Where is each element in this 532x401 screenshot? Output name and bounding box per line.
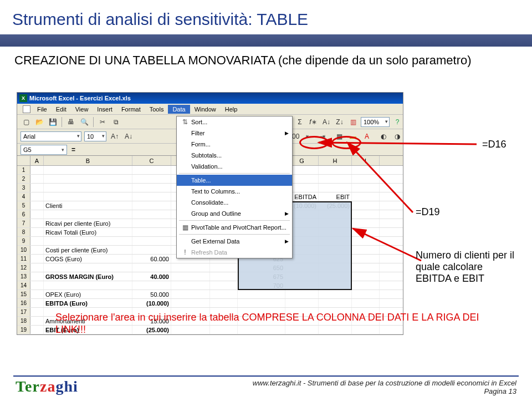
menu-item[interactable]: ▦PivotTable and PivotChart Report... [177,222,292,233]
print-icon[interactable]: 🖶 [65,116,76,128]
menu-item[interactable]: ⇅Sort... [177,116,292,128]
cell[interactable] [352,281,380,290]
cell[interactable] [352,184,380,192]
menu-item[interactable]: Group and Outline▶ [177,208,292,219]
cell[interactable]: COGS (Euro) [44,255,132,263]
menu-data[interactable]: Data [168,105,190,114]
cell[interactable] [319,210,352,219]
row-header[interactable]: 18 [17,317,30,325]
cell[interactable] [352,255,380,263]
cell[interactable] [319,246,352,254]
menu-item[interactable]: Form... [177,139,292,150]
cell[interactable] [352,219,380,227]
cell[interactable]: OPEX (Euro) [44,290,132,298]
row-header[interactable]: 1 [17,166,30,174]
row-header[interactable]: 15 [17,290,30,298]
cell[interactable] [171,299,210,307]
cell[interactable] [285,263,319,272]
col-B[interactable]: B [44,156,132,165]
cell[interactable] [210,299,238,307]
cell[interactable] [30,201,44,210]
col-A[interactable]: A [30,156,44,165]
cell[interactable] [132,201,171,210]
cell[interactable] [319,228,352,236]
row-header[interactable]: 3 [17,184,30,192]
cell[interactable] [30,166,44,174]
cell[interactable] [352,166,380,174]
cell[interactable]: Ricavi per cliente (Euro) [44,219,132,227]
help-icon[interactable]: ? [392,116,403,128]
cell[interactable] [171,290,210,298]
cell[interactable]: 700 [238,281,285,290]
cut-icon[interactable]: ✂ [97,116,108,128]
col-C[interactable]: C [132,156,171,165]
cell[interactable] [210,290,238,298]
cell[interactable] [319,255,352,263]
menu-item[interactable]: Validation... [177,161,292,172]
cell[interactable] [171,272,210,281]
cell[interactable] [132,246,171,254]
cell[interactable] [319,263,352,272]
cell[interactable] [132,237,171,245]
save-icon[interactable]: 💾 [47,116,58,128]
cell[interactable] [352,263,380,272]
menu-format[interactable]: Format [117,105,145,114]
cell[interactable]: EBITDA (Euro) [44,299,132,307]
grid-row[interactable]: 12650 [17,263,403,272]
cell[interactable] [44,192,132,201]
sort-desc-icon[interactable]: Z↓ [334,116,345,128]
cell[interactable]: 40.000 [132,272,171,281]
menu-item[interactable]: Get External Data▶ [177,236,292,247]
row-header[interactable]: 6 [17,210,30,219]
col-H[interactable]: H [319,156,352,165]
cell[interactable]: 650 [238,263,285,272]
autosum-icon[interactable]: Σ [294,116,305,128]
cell[interactable] [44,210,132,219]
zoom-combo[interactable]: 100% [361,117,390,127]
cell[interactable]: 50.000 [132,290,171,298]
cell[interactable] [285,290,319,298]
cell[interactable] [319,175,352,183]
cell[interactable]: Costi per cliente (Euro) [44,246,132,254]
row-header[interactable]: 14 [17,281,30,290]
cell[interactable] [285,281,319,290]
cell[interactable] [285,299,319,307]
row-header[interactable]: 9 [17,237,30,245]
cell[interactable] [319,219,352,227]
cell[interactable]: GROSS MARGIN (Euro) [44,272,132,281]
menu-tools[interactable]: Tools [145,105,168,114]
cell[interactable] [319,272,352,281]
cell[interactable] [352,299,380,307]
cell[interactable] [238,290,285,298]
cell[interactable] [132,166,171,174]
cell[interactable] [132,228,171,236]
cell[interactable] [352,237,380,245]
cell[interactable] [30,246,44,254]
cell[interactable] [30,281,44,290]
cell[interactable] [132,281,171,290]
cell[interactable]: (25.000) [319,201,352,210]
cell[interactable] [210,272,238,281]
cell[interactable] [210,281,238,290]
cell[interactable] [352,290,380,298]
row-header[interactable]: 12 [17,263,30,272]
menu-item[interactable]: !Refresh Data [177,247,292,258]
cell[interactable] [30,192,44,201]
cell[interactable] [132,219,171,227]
cell[interactable] [319,166,352,174]
cell[interactable] [30,237,44,245]
cell[interactable] [171,263,210,272]
row-header[interactable]: 17 [17,308,30,316]
cell[interactable]: EBIT [319,192,352,201]
font-combo[interactable]: Arial [21,131,81,141]
cell[interactable] [30,308,44,316]
chart-icon[interactable]: ▥ [347,116,359,128]
grid-row[interactable]: 13GROSS MARGIN (Euro)40.000675 [17,272,403,281]
cell[interactable] [319,290,352,298]
cell[interactable] [132,210,171,219]
fontcolor-icon[interactable]: A [361,131,372,142]
preview-icon[interactable]: 🔍 [79,116,90,128]
cell[interactable] [352,192,380,201]
cell[interactable] [30,210,44,219]
menu-help[interactable]: Help [221,105,242,114]
